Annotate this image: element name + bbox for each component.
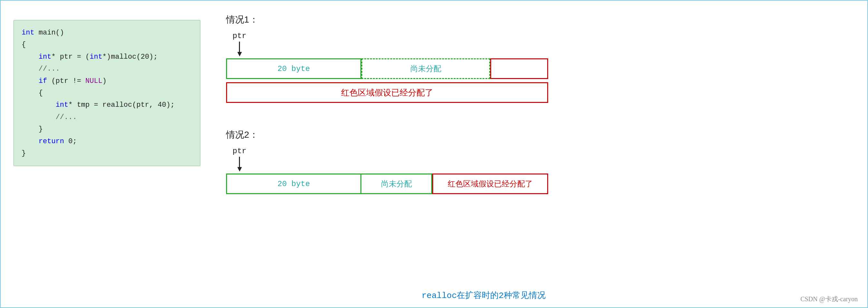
situation-2-mem-row: 20 byte 尚未分配 红色区域假设已经分配了 (226, 173, 855, 194)
watermark: CSDN @卡戎-caryon (800, 295, 858, 304)
footer-caption: realloc在扩容时的2种常见情况 (422, 290, 546, 301)
situation-1-block1: 20 byte (226, 58, 361, 79)
situation-1-mem-row: 20 byte 尚未分配 (226, 58, 855, 79)
situation-2-ptr-col: ptr (232, 147, 246, 172)
situation-2-ptr-label: ptr (232, 147, 246, 156)
situation-2-block1: 20 byte (226, 173, 361, 194)
code-line-6: { (22, 87, 192, 99)
code-block: int main() { int* ptr = (int*)malloc(20)… (13, 20, 200, 166)
code-line-3: int* ptr = (int*)malloc(20); (22, 51, 192, 63)
code-panel: int main() { int* ptr = (int*)malloc(20)… (13, 20, 200, 298)
situation-2-label: 情况2： (226, 129, 855, 141)
situation-1-label: 情况1： (226, 13, 855, 26)
diagram-panel: 情况1： ptr 20 byte 尚未分配 (200, 10, 855, 298)
situation-2-block2: 尚未分配 (361, 173, 432, 194)
code-line-1: int main() (22, 27, 192, 39)
code-line-8: //... (22, 111, 192, 123)
situation-1-block2: 尚未分配 (361, 58, 490, 79)
code-line-11: } (22, 147, 192, 159)
code-line-4: //... (22, 63, 192, 75)
situation-1-red-bar: 红色区域假设已经分配了 (226, 82, 548, 103)
situation-2: 情况2： ptr 20 byte 尚未分配 (226, 129, 855, 197)
situation-1-arrow (237, 41, 242, 56)
situation-1-ptr-label: ptr (232, 32, 246, 40)
arrow-shaft-1 (239, 41, 240, 52)
code-line-10: return 0; (22, 136, 192, 147)
code-line-2: { (22, 39, 192, 51)
situation-1: 情况1： ptr 20 byte 尚未分配 (226, 13, 855, 103)
situation-1-ptr-row: ptr (226, 32, 855, 56)
code-line-5: if (ptr != NULL) (22, 75, 192, 87)
arrow-head-2 (237, 167, 242, 172)
arrow-shaft-2 (239, 157, 240, 167)
situation-1-block3 (490, 58, 548, 79)
arrow-head-1 (237, 52, 242, 56)
situation-2-block3: 红色区域假设已经分配了 (432, 173, 548, 194)
situation-2-ptr-row: ptr (226, 147, 855, 172)
code-line-9: } (22, 123, 192, 135)
situation-1-ptr-col: ptr (232, 32, 246, 56)
code-line-7: int* tmp = realloc(ptr, 40); (22, 99, 192, 111)
situation-2-arrow (237, 157, 242, 172)
